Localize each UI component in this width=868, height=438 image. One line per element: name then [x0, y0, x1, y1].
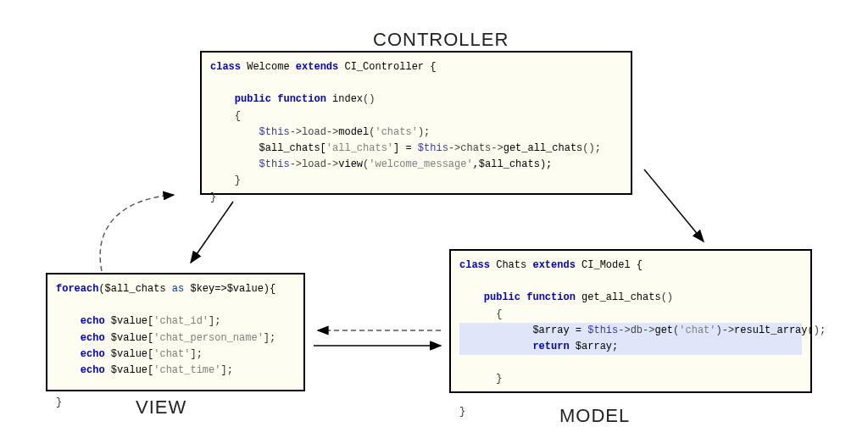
label-controller: CONTROLLER	[373, 29, 509, 51]
view-code-box: foreach($all_chats as $key=>$value){ ech…	[46, 273, 305, 391]
svg-line-1	[191, 202, 233, 263]
label-view: VIEW	[136, 396, 186, 419]
model-code-box: class Chats extends CI_Model { public fu…	[449, 249, 812, 393]
controller-code-box: class Welcome extends CI_Controller { pu…	[200, 51, 632, 195]
label-model: MODEL	[559, 405, 630, 427]
svg-line-2	[644, 169, 704, 241]
